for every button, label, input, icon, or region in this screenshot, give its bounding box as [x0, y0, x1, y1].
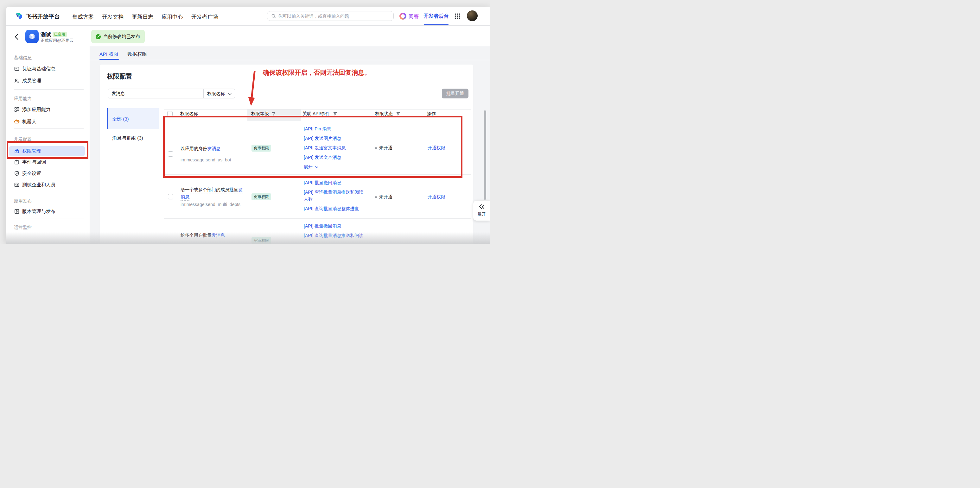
annotation-box-row [163, 116, 463, 178]
category-all[interactable]: 全部 (3) [112, 116, 129, 122]
double-chevron-left-icon [479, 204, 485, 209]
table-top-border [164, 109, 471, 109]
published-banner: 当前修改均已发布 [91, 30, 145, 43]
status-text: 未开通 [379, 194, 393, 200]
event-callback-icon [14, 159, 20, 165]
sidebar-section-release: 应用发布 [14, 198, 32, 203]
qa-link[interactable]: 问答 [409, 13, 419, 20]
annotation-arrow [247, 68, 264, 108]
nav-item-devplaza[interactable]: 开发者广场 [191, 13, 218, 21]
page: 飞书开放平台 集成方案 开发文档 更新日志 应用中心 开发者广场 问答 开发者后… [0, 0, 490, 244]
credential-icon [14, 66, 20, 71]
api-link[interactable]: [API] 批量撤回消息 [304, 222, 370, 230]
sidebar-item-security[interactable]: 安全设置 [14, 171, 41, 176]
app-icon [25, 30, 39, 43]
nav-item-solutions[interactable]: 集成方案 [72, 13, 94, 21]
expand-panel-label: 展开 [473, 212, 490, 217]
status-badge: 已启用 [52, 32, 67, 37]
filter-funnel-icon[interactable] [333, 112, 337, 116]
tabstrip-divider [90, 60, 490, 60]
member-add-icon [14, 78, 20, 84]
banner-text: 当前修改均已发布 [103, 33, 140, 40]
category-active-bar [107, 108, 108, 129]
check-circle-icon [95, 34, 101, 39]
enable-permission-link[interactable]: 开通权限 [428, 194, 445, 200]
sidebar-rule [14, 89, 84, 90]
annotation-box-sidebar [6, 141, 88, 159]
expand-panel-button[interactable]: 展开 [473, 201, 490, 220]
sidebar-rule [14, 218, 84, 219]
sidebar-item-version-release[interactable]: 版本管理与发布 [14, 209, 56, 214]
tab-data-permission[interactable]: 数据权限 [127, 51, 147, 58]
sidebar-item-add-capability[interactable]: 添加应用能力 [14, 107, 51, 112]
nav-item-appcenter[interactable]: 应用中心 [162, 13, 183, 21]
permission-search-input[interactable] [111, 89, 200, 98]
top-nav: 集成方案 开发文档 更新日志 应用中心 开发者广场 [72, 13, 218, 21]
row-checkbox[interactable] [168, 194, 173, 200]
sidebar-section-monitor: 运营监控 [14, 225, 32, 230]
sidebar-section-basic: 基础信息 [14, 55, 32, 60]
add-capability-icon [14, 107, 20, 112]
robot-icon [14, 119, 20, 124]
annotation-text: 确保该权限开启，否则无法回复消息。 [263, 68, 371, 77]
filter-funnel-icon[interactable] [396, 112, 400, 116]
api-link[interactable]: [API] 查询批量消息整体进度 [304, 205, 368, 212]
bottom-fade [6, 232, 490, 244]
sidebar-item-credentials[interactable]: 凭证与基础信息 [14, 66, 56, 71]
shield-check-icon [14, 171, 20, 176]
sidebar-item-test-enterprise[interactable]: 测试企业和人员 [14, 182, 56, 188]
permission-name: 给一个或多个部门的成员批量发消息 [181, 186, 244, 201]
publish-arrow-icon [14, 209, 20, 214]
code-box-icon [14, 182, 20, 188]
status-dot-icon [375, 196, 377, 198]
permission-search: 权限名称 [108, 89, 235, 98]
tab-api-permission[interactable]: API 权限 [99, 51, 118, 58]
sidebar-section-devconfig: 开发配置 [14, 136, 32, 141]
sidebar-item-bot[interactable]: 机器人 [14, 119, 37, 124]
sidebar-rule [14, 128, 84, 129]
sidebar-item-members[interactable]: 成员管理 [14, 78, 41, 84]
global-search [267, 11, 394, 21]
api-links: [API] 批量撤回消息 [API] 查询批量消息推送和阅读人数 [API] 查… [304, 179, 368, 215]
app-name: 测试 [41, 32, 51, 37]
nav-item-docs[interactable]: 开发文档 [102, 13, 124, 21]
global-search-input[interactable] [278, 12, 389, 20]
api-link[interactable]: [API] 查询批量消息推送和阅读人数 [304, 189, 368, 203]
search-icon [271, 14, 276, 19]
back-icon[interactable] [14, 33, 19, 40]
app-type: 正式应用@环界云 [41, 38, 73, 43]
scrollbar-thumb[interactable] [484, 111, 486, 200]
card-title: 权限配置 [107, 73, 132, 80]
filter-field-select[interactable]: 权限名称 [207, 91, 225, 97]
user-avatar[interactable] [467, 10, 478, 21]
batch-enable-button[interactable]: 批量开通 [442, 89, 468, 98]
brand-title: 飞书开放平台 [25, 13, 60, 20]
sidebar-section-capability: 应用能力 [14, 96, 32, 101]
chevron-down-icon [228, 93, 232, 95]
feishu-logo-icon [15, 12, 24, 20]
sidebar-item-events[interactable]: 事件与回调 [14, 159, 46, 165]
qa-ring-icon[interactable] [399, 13, 406, 20]
api-link[interactable]: [API] 批量撤回消息 [304, 179, 368, 186]
filter-funnel-icon[interactable] [272, 112, 275, 116]
level-tag: 免审权限 [251, 193, 271, 200]
permission-code: im:message:send_multi_depts [181, 202, 240, 207]
apps-grid-icon[interactable] [455, 13, 460, 19]
category-message-group[interactable]: 消息与群组 (3) [112, 135, 143, 141]
developer-console-tab[interactable]: 开发者后台 [423, 13, 449, 20]
nav-item-changelog[interactable]: 更新日志 [132, 13, 153, 21]
